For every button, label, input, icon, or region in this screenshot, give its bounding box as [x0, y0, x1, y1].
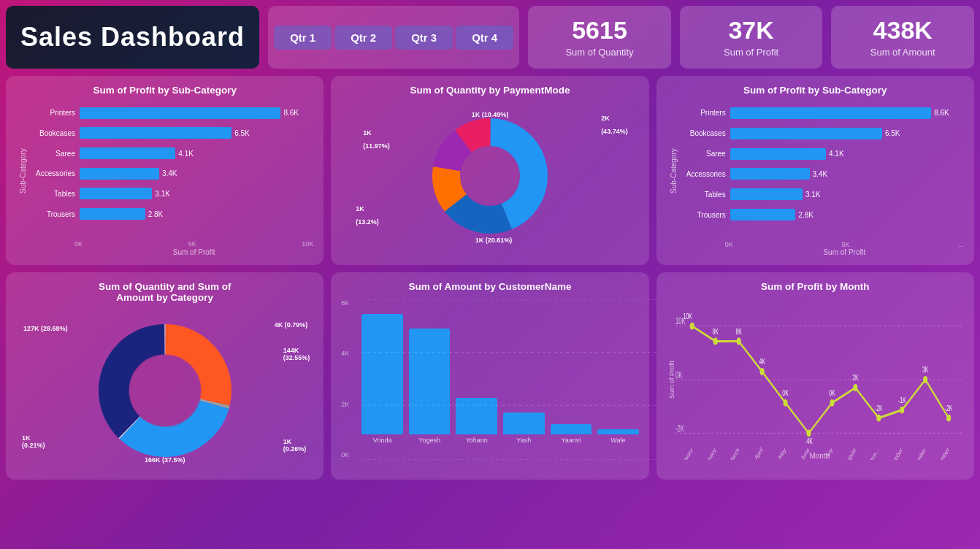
category-donut: 127K (28.68%) 4K (0.79%) 144K(32.55%) 1K…: [16, 310, 313, 471]
bar-row-saree-left: Saree 4.1K: [27, 145, 313, 162]
svg-point-26: [759, 368, 764, 375]
profit-subcategory-right-yaxis: Sub-Category: [667, 103, 678, 239]
bar-row-bookcases-left: Bookcases 6.5K: [27, 124, 313, 142]
svg-text:-2K: -2K: [875, 404, 883, 412]
profit-subcategory-left-xaxis: Sum of Profit: [74, 248, 313, 256]
svg-text:May: May: [777, 445, 786, 460]
svg-text:February: February: [701, 445, 717, 460]
profit-subcategory-left-title: Sum of Profit by Sub-Category: [16, 85, 313, 96]
profit-month-xaxis: Month: [809, 452, 830, 460]
svg-text:0K: 0K: [829, 388, 835, 397]
svg-point-23: [689, 323, 694, 330]
stat-quantity: 5615 Sum of Quantity: [528, 6, 671, 69]
svg-point-25: [736, 338, 740, 345]
quantity-amount-category-card: Sum of Quantity and Sum ofAmount by Cate…: [6, 272, 324, 480]
svg-text:3K: 3K: [922, 366, 928, 375]
amount-customer-chart: 6K 4K 2K 0K Vrinda: [341, 299, 638, 460]
profit-month-title: Sum of Profit by Month: [667, 281, 964, 292]
svg-text:0K: 0K: [782, 388, 788, 397]
svg-text:-2K: -2K: [675, 423, 684, 433]
stat-amount-value: 438K: [873, 17, 933, 44]
charts-grid: Sum of Profit by Sub-Category Sub-Catego…: [6, 76, 974, 480]
svg-text:August: August: [843, 445, 857, 460]
profit-month-card: Sum of Profit by Month Sum of Profit 10K…: [656, 272, 974, 480]
svg-point-34: [946, 415, 951, 422]
svg-point-32: [900, 407, 904, 414]
svg-text:10K: 10K: [683, 312, 692, 320]
qtr2-button[interactable]: Qtr 2: [334, 26, 392, 50]
svg-point-27: [783, 399, 787, 407]
svg-text:-4K: -4K: [805, 437, 813, 445]
gridlines-svg: [361, 299, 659, 460]
stat-profit-label: Sum of Profit: [724, 47, 778, 58]
svg-text:8K: 8K: [712, 327, 718, 336]
bar-row-tables-right: Tables 3.1K: [678, 185, 964, 203]
svg-text:-1K: -1K: [898, 396, 906, 404]
bar-row-saree-right: Saree 4.1K: [678, 145, 964, 163]
svg-text:-2K: -2K: [944, 404, 952, 412]
svg-text:2K: 2K: [852, 374, 858, 383]
svg-text:4K: 4K: [759, 358, 765, 366]
svg-point-29: [830, 399, 834, 407]
donut-svg: [417, 107, 563, 245]
bar-row-printers-left: Printers 8.6K: [27, 104, 313, 122]
quantity-payment-title: Sum of Quantity by PaymentMode: [341, 85, 638, 96]
stat-profit: 37K Sum of Profit: [680, 6, 823, 69]
svg-point-12: [129, 354, 202, 427]
title-box: Sales Dashboard: [6, 6, 259, 69]
profit-subcategory-left-yaxis: Sub-Category: [16, 103, 27, 239]
svg-text:8K: 8K: [735, 327, 741, 336]
quantity-payment-donut: 1K (10.49%) 1K(11.97%) 2K(43.74%) 1K(13.…: [341, 103, 638, 249]
stat-quantity-value: 5615: [572, 17, 627, 44]
svg-text:Septem...: Septem...: [863, 446, 880, 460]
category-donut-svg: [85, 314, 245, 467]
svg-point-30: [853, 384, 857, 391]
qtr3-button[interactable]: Qtr 3: [395, 26, 453, 50]
svg-text:March: March: [728, 446, 740, 460]
svg-point-31: [876, 415, 881, 422]
stat-profit-value: 37K: [728, 17, 773, 44]
svg-point-28: [806, 429, 811, 437]
profit-subcategory-left-card: Sum of Profit by Sub-Category Sub-Catego…: [6, 76, 324, 265]
svg-point-33: [923, 376, 927, 383]
amount-customer-title: Sum of Amount by CustomerName: [341, 281, 638, 292]
svg-text:January: January: [679, 445, 694, 460]
svg-text:October: October: [889, 446, 903, 460]
stat-amount-label: Sum of Amount: [870, 47, 935, 58]
bar-row-accessories-left: Accessories 3.4K: [27, 165, 313, 183]
profit-subcategory-right-xaxis: Sum of Profit: [725, 248, 964, 256]
profit-subcategory-right-title: Sum of Profit by Sub-Category: [667, 85, 964, 96]
quantity-payment-card: Sum of Quantity by PaymentMode 1K (10.49…: [331, 76, 648, 265]
svg-text:December: December: [932, 446, 950, 460]
profit-month-chart: Sum of Profit 10K 0K -2K: [667, 299, 964, 460]
bar-row-accessories-right: Accessories 3.4K: [678, 165, 964, 183]
line-chart-svg: 10K 0K -2K: [675, 299, 964, 460]
bar-row-trousers-right: Trousers 2.8K: [678, 206, 964, 223]
svg-text:June: June: [800, 446, 810, 460]
bar-row-trousers-left: Trousers 2.8K: [27, 205, 313, 223]
svg-point-24: [713, 338, 717, 345]
stat-amount: 438K Sum of Amount: [831, 6, 974, 69]
bar-row-tables-left: Tables 3.1K: [27, 185, 313, 202]
svg-text:April: April: [754, 446, 763, 460]
qtr4-button[interactable]: Qtr 4: [456, 26, 513, 50]
dashboard-title: Sales Dashboard: [20, 22, 245, 53]
quarter-filter: Qtr 1 Qtr 2 Qtr 3 Qtr 4: [268, 6, 519, 69]
qtr1-button[interactable]: Qtr 1: [274, 26, 332, 50]
profit-subcategory-right-card: Sum of Profit by Sub-Category Sub-Catego…: [656, 76, 974, 265]
dashboard-header: Sales Dashboard Qtr 1 Qtr 2 Qtr 3 Qtr 4 …: [6, 6, 974, 69]
amount-customer-card: Sum of Amount by CustomerName 6K 4K 2K 0…: [331, 272, 648, 480]
quantity-amount-category-title: Sum of Quantity and Sum ofAmount by Cate…: [16, 281, 313, 303]
svg-text:0K: 0K: [675, 370, 682, 380]
svg-point-5: [461, 147, 519, 205]
bar-row-bookcases-right: Bookcases 6.5K: [678, 125, 964, 142]
bar-row-printers-right: Printers 8.6K: [678, 104, 964, 122]
profit-month-yaxis: Sum of Profit: [667, 299, 675, 460]
svg-text:November: November: [908, 446, 927, 460]
stat-quantity-label: Sum of Quantity: [565, 47, 633, 58]
